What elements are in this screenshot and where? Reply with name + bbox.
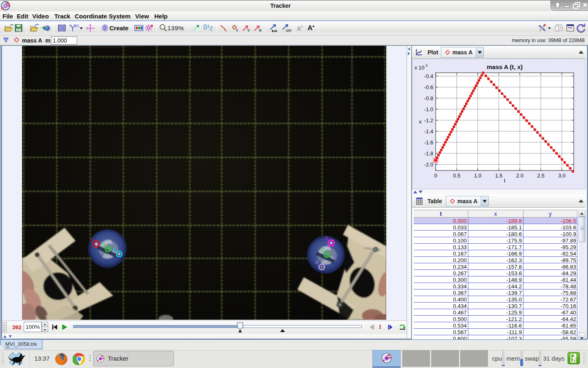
svg-text:2.5: 2.5 xyxy=(537,173,544,179)
svg-text:t: t xyxy=(504,177,506,184)
svg-text:0: 0 xyxy=(434,173,437,179)
svg-text:-1.2: -1.2 xyxy=(424,117,433,123)
svg-text:0.5: 0.5 xyxy=(453,173,460,179)
svg-text:-0.6: -0.6 xyxy=(424,84,433,90)
svg-text:x: x xyxy=(419,119,422,125)
svg-text:xm: xm xyxy=(286,28,291,33)
svg-text:10: 10 xyxy=(75,24,79,28)
svg-text:1.5: 1.5 xyxy=(495,173,502,179)
svg-text:-1.4: -1.4 xyxy=(424,128,433,135)
svg-text:3.0: 3.0 xyxy=(558,173,566,179)
svg-text:a: a xyxy=(259,27,262,32)
svg-text:2.0: 2.0 xyxy=(516,173,523,179)
svg-text:x 10: x 10 xyxy=(414,65,425,71)
svg-text:-1.0: -1.0 xyxy=(424,106,433,112)
svg-text:-0.4: -0.4 xyxy=(424,73,433,79)
svg-text:0: 0 xyxy=(102,242,105,248)
svg-text:1.0: 1.0 xyxy=(474,173,481,179)
svg-text:2: 2 xyxy=(425,63,428,67)
svg-text:mass A (t, x): mass A (t, x) xyxy=(487,63,523,70)
svg-text:-1.8: -1.8 xyxy=(424,150,433,157)
svg-text:-0.8: -0.8 xyxy=(424,95,433,101)
svg-text:v: v xyxy=(247,27,250,32)
svg-text:0: 0 xyxy=(321,247,324,253)
svg-text:0: 0 xyxy=(325,236,328,241)
svg-text:0: 0 xyxy=(316,260,318,265)
svg-text:-2.0: -2.0 xyxy=(424,162,433,168)
svg-text:x: x xyxy=(236,28,238,32)
svg-text:-1.6: -1.6 xyxy=(424,139,433,146)
svg-text:0: 0 xyxy=(91,237,94,243)
svg-text:0: 0 xyxy=(114,247,116,253)
